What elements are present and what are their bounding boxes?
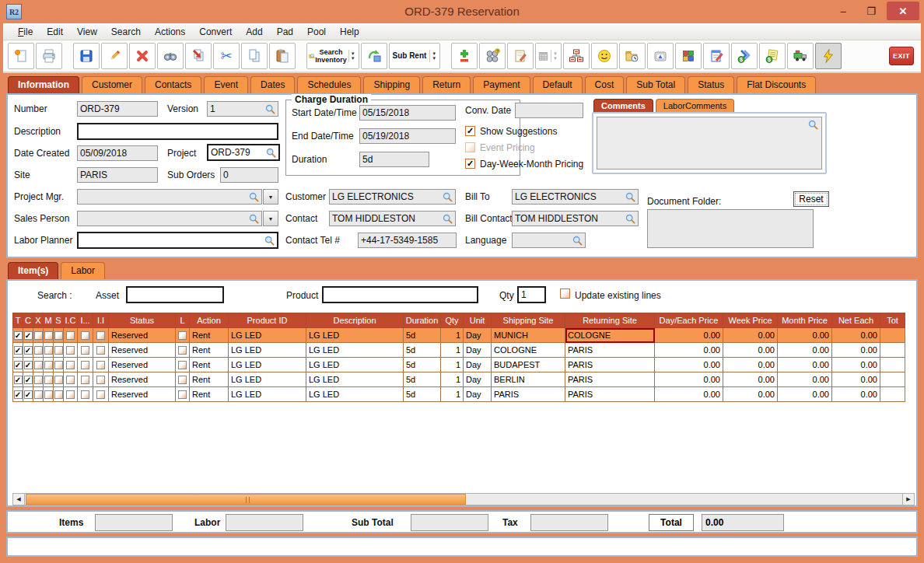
s-cell[interactable]	[54, 358, 64, 372]
i_dots-checkbox[interactable]	[81, 361, 89, 369]
flash-button[interactable]	[815, 43, 842, 69]
paste-button[interactable]	[269, 43, 296, 69]
ic-cell[interactable]	[64, 387, 78, 402]
qty-cell[interactable]: 1	[441, 328, 464, 343]
m-checkbox[interactable]	[44, 346, 53, 355]
project-mgr-field[interactable]	[77, 189, 262, 205]
project-lookup-icon[interactable]	[266, 148, 276, 158]
tab-payment[interactable]: Payment	[473, 76, 530, 93]
returning_site-cell[interactable]: COLOGNE	[565, 328, 655, 343]
col-header-x[interactable]: X	[33, 313, 44, 328]
conv-date-field[interactable]	[515, 103, 583, 118]
site-field[interactable]: PARIS	[77, 167, 158, 183]
ii-checkbox[interactable]	[96, 346, 105, 355]
dropdown-arrows-icon[interactable]: ▼▼	[348, 50, 357, 62]
menu-edit[interactable]: Edit	[40, 26, 70, 37]
copy-special-button[interactable]	[185, 43, 212, 69]
col-header-description[interactable]: Description	[306, 313, 404, 328]
dropdown-arrows-icon[interactable]: ▼▼	[429, 50, 438, 62]
menu-add[interactable]: Add	[239, 26, 269, 37]
menu-actions[interactable]: Actions	[148, 26, 192, 37]
sub-orders-field[interactable]: 0	[220, 167, 278, 183]
tab-cost[interactable]: Cost	[585, 76, 625, 93]
new-button[interactable]	[8, 43, 34, 69]
action-cell[interactable]: Rent	[190, 343, 229, 358]
product-input[interactable]	[322, 286, 478, 303]
x-checkbox[interactable]	[34, 390, 43, 399]
unit-cell[interactable]: Day	[464, 372, 492, 387]
net_each-cell[interactable]: 0.00	[832, 343, 880, 358]
ic-checkbox[interactable]	[66, 361, 75, 369]
total-cell[interactable]	[880, 358, 905, 372]
project-mgr-lookup-icon[interactable]	[249, 192, 259, 202]
number-field[interactable]: ORD-379	[77, 101, 158, 117]
s-checkbox[interactable]	[54, 331, 63, 340]
col-header-qty[interactable]: Qty	[441, 313, 464, 328]
tab-flat-discounts[interactable]: Flat Discounts	[737, 76, 816, 93]
comments-textarea[interactable]	[597, 117, 822, 170]
sales-person-dropdown[interactable]: ▼	[263, 211, 278, 226]
sub-rent-button[interactable]: Sub Rent ▼▼	[389, 43, 440, 69]
t-cell[interactable]: ✓	[13, 387, 23, 402]
language-field[interactable]	[512, 233, 586, 248]
s-cell[interactable]	[54, 328, 64, 343]
shipping_site-cell[interactable]: COLOGNE	[492, 343, 565, 358]
t-cell[interactable]: ✓	[13, 358, 23, 372]
col-header-l[interactable]: L	[176, 313, 190, 328]
c-checkbox[interactable]: ✓	[24, 376, 33, 384]
i_dots-checkbox[interactable]	[81, 331, 89, 340]
m-checkbox[interactable]	[44, 390, 53, 399]
notes-button[interactable]	[507, 43, 534, 69]
find-button[interactable]	[157, 43, 184, 69]
action-cell[interactable]: Rent	[190, 328, 229, 343]
shipping_site-cell[interactable]: MUNICH	[492, 328, 565, 343]
price-forward-button[interactable]: $	[731, 43, 758, 69]
s-checkbox[interactable]	[54, 390, 63, 399]
m-checkbox[interactable]	[44, 361, 53, 369]
menu-convert[interactable]: Convert	[192, 26, 239, 37]
week_price-cell[interactable]: 0.00	[723, 343, 778, 358]
t-cell[interactable]: ✓	[13, 343, 23, 358]
x-checkbox[interactable]	[34, 376, 43, 384]
day_each_price-cell[interactable]: 0.00	[655, 343, 723, 358]
version-lookup-icon[interactable]	[265, 104, 275, 114]
total-cell[interactable]	[880, 372, 905, 387]
ii-checkbox[interactable]	[96, 331, 105, 340]
c-cell[interactable]: ✓	[23, 372, 33, 387]
month_price-cell[interactable]: 0.00	[778, 328, 832, 343]
tab-laborcomments[interactable]: LaborComments	[656, 99, 734, 113]
week_price-cell[interactable]: 0.00	[723, 372, 778, 387]
close-button[interactable]: ✕	[887, 2, 919, 20]
t-cell[interactable]: ✓	[13, 328, 23, 343]
dwm-pricing-checkbox[interactable]: ✓	[465, 159, 475, 169]
day_each_price-cell[interactable]: 0.00	[655, 328, 723, 343]
returning_site-cell[interactable]: PARIS	[565, 372, 655, 387]
l-cell[interactable]	[176, 372, 190, 387]
week_price-cell[interactable]: 0.00	[723, 387, 778, 402]
ii-cell[interactable]	[93, 387, 109, 402]
price-notes-button[interactable]: $	[759, 43, 786, 69]
ic-checkbox[interactable]	[66, 331, 75, 340]
qty-cell[interactable]: 1	[441, 372, 464, 387]
pool-button[interactable]: ?	[479, 43, 506, 69]
unit-cell[interactable]: Day	[464, 358, 492, 372]
bill-contact-lookup-icon[interactable]	[625, 214, 635, 224]
ii-cell[interactable]	[93, 328, 109, 343]
tab-dates[interactable]: Dates	[250, 76, 295, 93]
c-checkbox[interactable]: ✓	[24, 361, 33, 369]
tab-schedules[interactable]: Schedules	[297, 76, 361, 93]
l-cell[interactable]	[176, 343, 190, 358]
s-checkbox[interactable]	[54, 346, 63, 355]
col-header-i_dots[interactable]: I...	[78, 313, 93, 328]
unit-cell[interactable]: Day	[464, 387, 492, 402]
start-date-field[interactable]: 05/15/2018	[359, 105, 456, 121]
x-checkbox[interactable]	[34, 331, 43, 340]
month_price-cell[interactable]: 0.00	[778, 372, 832, 387]
l-cell[interactable]	[176, 387, 190, 402]
ii-checkbox[interactable]	[96, 361, 105, 369]
description-cell[interactable]: LG LED	[306, 387, 404, 402]
duration-cell[interactable]: 5d	[404, 343, 441, 358]
day_each_price-cell[interactable]: 0.00	[655, 387, 723, 402]
i_dots-cell[interactable]	[78, 328, 93, 343]
net_each-cell[interactable]: 0.00	[832, 328, 880, 343]
